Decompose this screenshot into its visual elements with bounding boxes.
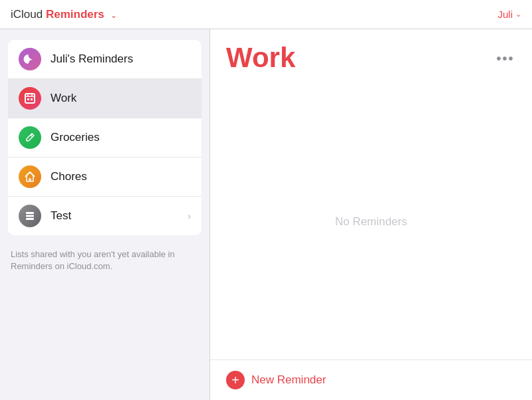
app-header: iCloud Reminders ⌄ Juli ⌄ bbox=[0, 0, 532, 29]
test-icon bbox=[19, 205, 41, 227]
svg-rect-6 bbox=[26, 212, 34, 214]
chores-icon bbox=[19, 165, 41, 188]
more-options-button[interactable]: ••• bbox=[495, 48, 516, 69]
new-reminder-button[interactable]: + New Reminder bbox=[210, 359, 532, 400]
sidebar-item-work[interactable]: Work bbox=[8, 79, 201, 118]
work-icon bbox=[19, 87, 41, 110]
new-reminder-label: New Reminder bbox=[251, 373, 326, 387]
content-header: Work ••• bbox=[210, 29, 532, 84]
user-chevron-icon: ⌄ bbox=[515, 10, 521, 19]
main-layout: Juli's Reminders Work bbox=[0, 29, 532, 400]
groceries-icon bbox=[19, 126, 41, 149]
svg-rect-5 bbox=[31, 98, 33, 100]
svg-rect-0 bbox=[25, 94, 35, 103]
icloud-text: iCloud bbox=[11, 8, 43, 21]
sidebar: Juli's Reminders Work bbox=[0, 29, 210, 400]
reminders-chevron-icon[interactable]: ⌄ bbox=[110, 11, 117, 20]
user-name: Juli bbox=[497, 9, 513, 20]
reminders-text[interactable]: Reminders bbox=[46, 8, 104, 21]
julis-reminders-icon bbox=[19, 48, 41, 70]
content-title: Work bbox=[226, 43, 295, 73]
app-title: iCloud Reminders ⌄ bbox=[11, 8, 117, 21]
sidebar-shared-note: Lists shared with you aren't yet availab… bbox=[0, 241, 209, 280]
svg-rect-8 bbox=[26, 218, 34, 220]
content-empty-state: No Reminders bbox=[210, 84, 532, 359]
new-reminder-plus-icon: + bbox=[226, 371, 245, 389]
test-label: Test bbox=[51, 209, 188, 223]
sidebar-item-julis-reminders[interactable]: Juli's Reminders bbox=[8, 40, 201, 79]
sidebar-item-test[interactable]: Test › bbox=[8, 197, 201, 235]
groceries-label: Groceries bbox=[51, 131, 191, 144]
header-left: iCloud Reminders ⌄ bbox=[11, 8, 117, 21]
sidebar-item-groceries[interactable]: Groceries bbox=[8, 118, 201, 157]
work-label: Work bbox=[51, 92, 191, 105]
svg-rect-4 bbox=[27, 98, 29, 100]
svg-rect-7 bbox=[26, 215, 34, 217]
user-menu[interactable]: Juli ⌄ bbox=[497, 9, 521, 20]
test-chevron-icon: › bbox=[188, 211, 191, 221]
content-area: Work ••• No Reminders + New Reminder bbox=[210, 29, 532, 400]
sidebar-list: Juli's Reminders Work bbox=[8, 40, 201, 235]
empty-state-text: No Reminders bbox=[335, 215, 408, 229]
more-dots-icon: ••• bbox=[496, 51, 514, 66]
chores-label: Chores bbox=[51, 170, 191, 183]
julis-reminders-label: Juli's Reminders bbox=[51, 52, 191, 66]
sidebar-item-chores[interactable]: Chores bbox=[8, 157, 201, 197]
